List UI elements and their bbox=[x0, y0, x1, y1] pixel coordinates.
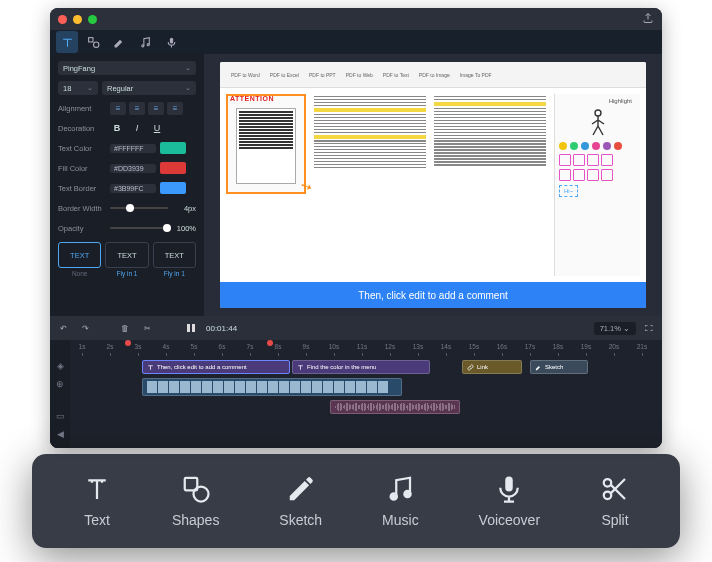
preset-2[interactable]: TEXT bbox=[105, 242, 148, 268]
layers-icon[interactable]: ◈ bbox=[54, 360, 66, 372]
preset-anim-1: None bbox=[58, 270, 101, 277]
overlay-label: Sketch bbox=[279, 512, 322, 528]
titlebar bbox=[50, 8, 662, 30]
maximize-dot[interactable] bbox=[88, 15, 97, 24]
bold-button[interactable]: B bbox=[110, 123, 124, 133]
vf-toolbar: PDF to Word PDF to Excel PDF to PPT PDF … bbox=[220, 62, 646, 88]
music-icon bbox=[385, 474, 415, 504]
font-weight-dropdown[interactable]: Regular ⌄ bbox=[102, 81, 196, 95]
video-track-icon[interactable]: ▭ bbox=[54, 410, 66, 422]
export-button[interactable] bbox=[642, 12, 654, 26]
fill-color-hex[interactable]: #DD3939 bbox=[110, 164, 156, 173]
undo-button[interactable]: ↶ bbox=[56, 321, 70, 335]
hi-note: Hi~ bbox=[559, 185, 578, 197]
align-right-button[interactable]: ≡ bbox=[148, 102, 164, 115]
caption-text: Then, click edit to add a comment bbox=[220, 282, 646, 308]
font-weight-value: Regular bbox=[107, 84, 133, 93]
music-tool-icon[interactable] bbox=[134, 31, 156, 53]
clip-text[interactable]: Then, click edit to add a comment bbox=[142, 360, 290, 374]
clip-text[interactable]: Find the color in the menu bbox=[292, 360, 430, 374]
vf-tab: PDF to PPT bbox=[306, 71, 339, 79]
svg-point-10 bbox=[391, 493, 397, 499]
overlay-voiceover-button[interactable]: Voiceover bbox=[479, 474, 540, 528]
tools-overlay: Text Shapes Sketch Music Voiceover Split bbox=[32, 454, 680, 548]
underline-button[interactable]: U bbox=[150, 123, 164, 133]
highlight-label: Highlight bbox=[559, 98, 636, 104]
decoration-label: Decoration bbox=[58, 124, 106, 133]
annotation-track[interactable]: Then, click edit to add a commentFind th… bbox=[70, 360, 662, 376]
svg-point-2 bbox=[141, 44, 143, 46]
align-justify-button[interactable]: ≡ bbox=[167, 102, 183, 115]
top-toolbar bbox=[50, 30, 662, 54]
overlay-shapes-button[interactable]: Shapes bbox=[172, 474, 219, 528]
main-area: PingFang ⌄ 18 ⌄ Regular ⌄ Alignment ≡ ≡ bbox=[50, 54, 662, 316]
preset-3[interactable]: TEXT bbox=[153, 242, 196, 268]
sketch-tool-icon[interactable] bbox=[108, 31, 130, 53]
video-preview: PDF to Word PDF to Excel PDF to PPT PDF … bbox=[204, 54, 662, 316]
clip-sketch[interactable]: Sketch bbox=[530, 360, 588, 374]
app-window: PingFang ⌄ 18 ⌄ Regular ⌄ Alignment ≡ ≡ bbox=[50, 8, 662, 448]
text-presets: TEXT TEXT TEXT bbox=[58, 242, 196, 268]
align-center-button[interactable]: ≡ bbox=[129, 102, 145, 115]
fill-color-swatch[interactable] bbox=[160, 162, 186, 174]
timeline: ◈ ⊕ ▭ ◀ 1s2s3s4s5s6s7s8s9s10s11s12s13s14… bbox=[50, 340, 662, 448]
overlay-label: Shapes bbox=[172, 512, 219, 528]
border-width-slider[interactable] bbox=[110, 207, 168, 209]
timeline-track-controls: ◈ ⊕ ▭ ◀ bbox=[50, 340, 70, 448]
shapes-icon bbox=[181, 474, 211, 504]
overlay-text-button[interactable]: Text bbox=[82, 474, 112, 528]
minimize-dot[interactable] bbox=[73, 15, 82, 24]
add-track-icon[interactable]: ⊕ bbox=[54, 378, 66, 390]
trash-button[interactable]: 🗑 bbox=[118, 321, 132, 335]
vf-tab: PDF to Image bbox=[416, 71, 453, 79]
text-border-label: Text Border bbox=[58, 184, 106, 193]
italic-button[interactable]: I bbox=[130, 123, 144, 133]
split-button[interactable]: ✂ bbox=[140, 321, 154, 335]
svg-point-5 bbox=[595, 110, 601, 116]
video-frame[interactable]: PDF to Word PDF to Excel PDF to PPT PDF … bbox=[220, 62, 646, 308]
svg-rect-6 bbox=[187, 324, 190, 332]
text-border-hex[interactable]: #3B99FC bbox=[110, 184, 156, 193]
audio-track-icon[interactable]: ◀ bbox=[54, 428, 66, 440]
preset-anim-2: Fly in 1 bbox=[105, 270, 148, 277]
clip-audio[interactable] bbox=[330, 400, 460, 414]
text-color-swatch[interactable] bbox=[160, 142, 186, 154]
attention-annotation: ATTENTION ➘ bbox=[226, 94, 306, 194]
svg-point-11 bbox=[405, 491, 411, 497]
audio-track[interactable] bbox=[70, 400, 662, 416]
preset-1[interactable]: TEXT bbox=[58, 242, 101, 268]
text-sidebar: PingFang ⌄ 18 ⌄ Regular ⌄ Alignment ≡ ≡ bbox=[50, 54, 204, 316]
align-left-button[interactable]: ≡ bbox=[110, 102, 126, 115]
chevron-down-icon: ⌄ bbox=[185, 64, 191, 72]
fullscreen-button[interactable]: ⛶ bbox=[642, 321, 656, 335]
font-family-dropdown[interactable]: PingFang ⌄ bbox=[58, 61, 196, 75]
vf-tab: Image To PDF bbox=[457, 71, 495, 79]
opacity-label: Opacity bbox=[58, 224, 106, 233]
zoom-percent[interactable]: 71.1% ⌄ bbox=[594, 322, 636, 335]
overlay-label: Split bbox=[601, 512, 628, 528]
overlay-split-button[interactable]: Split bbox=[600, 474, 630, 528]
text-tool-icon[interactable] bbox=[56, 31, 78, 53]
text-color-label: Text Color bbox=[58, 144, 106, 153]
opacity-slider[interactable] bbox=[110, 227, 168, 229]
voiceover-tool-icon[interactable] bbox=[160, 31, 182, 53]
overlay-music-button[interactable]: Music bbox=[382, 474, 419, 528]
clip-video[interactable]: 05:30h bbox=[142, 378, 402, 396]
video-track[interactable]: 05:30h bbox=[70, 378, 662, 398]
vf-tab: PDF to Word bbox=[228, 71, 263, 79]
shapes-tool-icon[interactable] bbox=[82, 31, 104, 53]
stickfigure-icon bbox=[559, 108, 636, 138]
timecode: 00:01:44 bbox=[206, 324, 237, 333]
text-color-hex[interactable]: #FFFFFF bbox=[110, 144, 156, 153]
font-size-dropdown[interactable]: 18 ⌄ bbox=[58, 81, 98, 95]
clip-link[interactable]: Link bbox=[462, 360, 522, 374]
fill-color-label: Fill Color bbox=[58, 164, 106, 173]
border-width-value: 4px bbox=[172, 204, 196, 213]
timeline-ruler[interactable]: 1s2s3s4s5s6s7s8s9s10s11s12s13s14s15s16s1… bbox=[70, 340, 662, 358]
text-border-swatch[interactable] bbox=[160, 182, 186, 194]
overlay-sketch-button[interactable]: Sketch bbox=[279, 474, 322, 528]
svg-rect-12 bbox=[506, 477, 514, 492]
close-dot[interactable] bbox=[58, 15, 67, 24]
redo-button[interactable]: ↷ bbox=[78, 321, 92, 335]
pause-button[interactable] bbox=[184, 321, 198, 335]
